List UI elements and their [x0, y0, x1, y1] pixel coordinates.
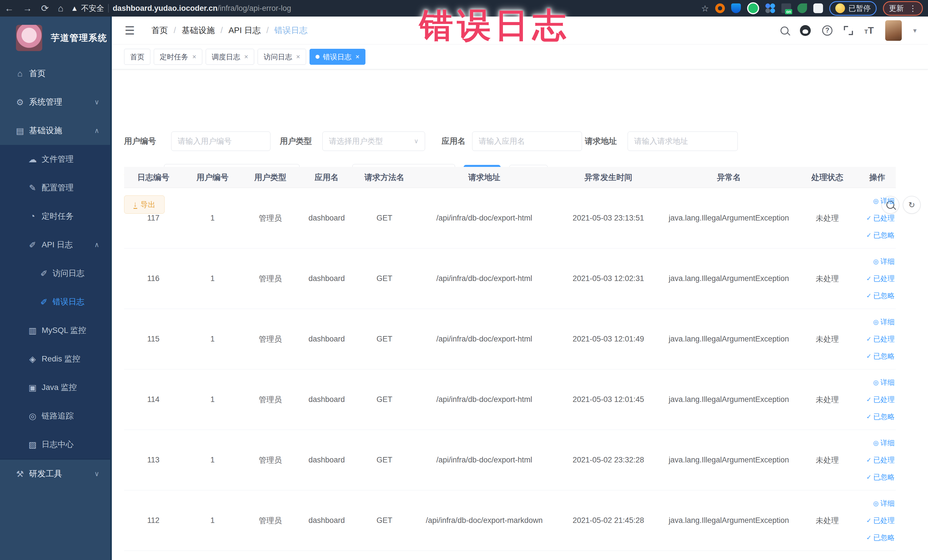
- fullscreen-icon[interactable]: [844, 26, 853, 35]
- close-icon[interactable]: ×: [244, 53, 248, 61]
- extension-on-badge-icon[interactable]: [781, 3, 791, 13]
- cell-log_id: 116: [124, 274, 183, 283]
- log-icon: ✐: [25, 240, 40, 250]
- cloud-icon: ☁: [25, 154, 40, 164]
- cell-user_id: 1: [183, 274, 243, 283]
- close-icon[interactable]: ×: [192, 53, 196, 61]
- cell-app: dashboard: [298, 335, 355, 343]
- action-label: 已处理: [873, 395, 894, 404]
- sidebar-item-首页[interactable]: ⌂首页: [0, 60, 110, 88]
- font-size-icon[interactable]: TT: [864, 25, 874, 36]
- action-详细[interactable]: ◎详细: [873, 438, 894, 448]
- security-label[interactable]: 不安全: [81, 3, 104, 14]
- cell-exception: java.lang.IllegalArgumentException: [662, 335, 796, 343]
- action-详细[interactable]: ◎详细: [873, 317, 894, 327]
- cell-exception: java.lang.IllegalArgumentException: [662, 274, 796, 283]
- breadcrumb-item-API 日志[interactable]: API 日志: [229, 25, 261, 36]
- sidebar-item-基础设施[interactable]: ▤基础设施∧: [0, 116, 110, 145]
- action-详细[interactable]: ◎详细: [873, 499, 894, 508]
- sidebar-item-定时任务[interactable]: ◔定时任务: [0, 202, 110, 230]
- refresh-table-button[interactable]: ↻: [903, 196, 920, 214]
- column-header-用户类型: 用户类型: [243, 172, 298, 183]
- sidebar-item-Redis 监控[interactable]: ◈Redis 监控: [0, 345, 110, 373]
- action-已忽略[interactable]: ✓已忽略: [866, 291, 894, 301]
- action-已处理[interactable]: ✓已处理: [866, 334, 894, 344]
- sidebar-item-研发工具[interactable]: ⚒研发工具∨: [0, 459, 110, 488]
- eye-icon: ◎: [873, 379, 879, 386]
- action-已忽略[interactable]: ✓已忽略: [866, 230, 894, 240]
- help-icon[interactable]: ?: [822, 25, 832, 36]
- action-详细[interactable]: ◎详细: [873, 257, 894, 266]
- action-已忽略[interactable]: ✓已忽略: [866, 533, 894, 542]
- table-body: 1171管理员dashboardGET/api/infra/db-doc/exp…: [124, 188, 896, 551]
- reload-icon[interactable]: ⟳: [41, 3, 49, 14]
- close-icon[interactable]: ×: [296, 53, 300, 61]
- sidebar-item-Java 监控[interactable]: ▣Java 监控: [0, 373, 110, 402]
- action-已处理[interactable]: ✓已处理: [866, 395, 894, 404]
- extension-shield-icon[interactable]: [731, 3, 741, 13]
- user-avatar[interactable]: [885, 20, 902, 41]
- action-详细[interactable]: ◎详细: [873, 196, 894, 206]
- action-已处理[interactable]: ✓已处理: [866, 274, 894, 283]
- extension-green-icon[interactable]: [747, 2, 759, 14]
- breadcrumb-item-首页[interactable]: 首页: [151, 25, 168, 36]
- address-bar[interactable]: ▲ 不安全 dashboard.yudao.iocoder.cn/infra/l…: [71, 3, 291, 14]
- hamburger-icon[interactable]: ☰: [125, 24, 135, 37]
- tab-首页[interactable]: 首页: [124, 49, 150, 65]
- paused-badge[interactable]: 已暂停: [829, 1, 877, 16]
- user-type-select[interactable]: 请选择用户类型 ∨: [322, 131, 425, 151]
- breadcrumb-item-基础设施[interactable]: 基础设施: [182, 25, 215, 36]
- update-button-label: 更新: [889, 3, 904, 14]
- browser-menu-icon[interactable]: ⋮: [909, 4, 917, 13]
- action-已处理[interactable]: ✓已处理: [866, 516, 894, 525]
- extension-grid-icon[interactable]: [765, 3, 775, 13]
- sidebar-item-文件管理[interactable]: ☁文件管理: [0, 145, 110, 174]
- bookmark-star-icon[interactable]: ☆: [701, 3, 709, 14]
- sidebar-item-链路追踪[interactable]: ◎链路追踪: [0, 402, 110, 430]
- header-search-icon[interactable]: [780, 26, 789, 35]
- extension-puzzle-icon[interactable]: [814, 3, 823, 13]
- action-已忽略[interactable]: ✓已忽略: [866, 412, 894, 421]
- update-button[interactable]: 更新 ⋮: [883, 1, 923, 16]
- user-id-input[interactable]: [171, 131, 270, 151]
- clock-icon: ◔: [25, 211, 40, 221]
- action-已处理[interactable]: ✓已处理: [866, 455, 894, 465]
- tab-调度日志[interactable]: 调度日志×: [206, 49, 254, 65]
- request-url-label: 请求地址: [585, 131, 617, 151]
- sidebar-item-日志中心[interactable]: ▨日志中心: [0, 430, 110, 459]
- sidebar-item-配置管理[interactable]: ✎配置管理: [0, 174, 110, 202]
- sidebar-item-系统管理[interactable]: ⚙系统管理∨: [0, 88, 110, 116]
- action-label: 详细: [881, 378, 894, 387]
- extension-orange-icon[interactable]: [715, 3, 725, 13]
- chevron-down-icon: ∨: [94, 98, 99, 106]
- close-icon[interactable]: ×: [356, 53, 359, 61]
- browser-home-icon[interactable]: ⌂: [58, 3, 63, 14]
- sidebar-item-错误日志[interactable]: ✐错误日志: [0, 288, 110, 316]
- extension-sprout-icon[interactable]: [797, 3, 807, 13]
- table-row-114: 1141管理员dashboardGET/api/infra/db-doc/exp…: [124, 369, 896, 430]
- action-已忽略[interactable]: ✓已忽略: [866, 351, 894, 361]
- github-icon[interactable]: [800, 25, 811, 36]
- tab-错误日志[interactable]: 错误日志×: [310, 49, 365, 65]
- tab-label: 首页: [130, 52, 144, 62]
- action-label: 已处理: [873, 334, 894, 344]
- breadcrumb-item-错误日志: 错误日志: [275, 25, 308, 36]
- tab-定时任务[interactable]: 定时任务×: [154, 49, 202, 65]
- cell-exception: java.lang.IllegalArgumentException: [662, 395, 796, 404]
- action-已忽略[interactable]: ✓已忽略: [866, 472, 894, 482]
- action-已处理[interactable]: ✓已处理: [866, 214, 894, 223]
- back-icon[interactable]: ←: [5, 3, 14, 14]
- app-logo-row[interactable]: 芋道管理系统: [0, 17, 110, 60]
- check-icon: ✓: [866, 292, 872, 299]
- request-url-input[interactable]: [627, 131, 738, 151]
- sidebar-item-API 日志[interactable]: ✐API 日志∧: [0, 230, 110, 259]
- home-icon: ⌂: [12, 69, 27, 78]
- avatar-caret-icon[interactable]: ▾: [913, 26, 917, 35]
- sidebar-item-MySQL 监控[interactable]: ▥MySQL 监控: [0, 316, 110, 345]
- sidebar-item-访问日志[interactable]: ✐访问日志: [0, 259, 110, 288]
- tab-访问日志[interactable]: 访问日志×: [258, 49, 306, 65]
- action-详细[interactable]: ◎详细: [873, 378, 894, 387]
- forward-icon[interactable]: →: [23, 3, 32, 14]
- cell-app: dashboard: [298, 274, 355, 283]
- app-name-input[interactable]: [472, 131, 582, 151]
